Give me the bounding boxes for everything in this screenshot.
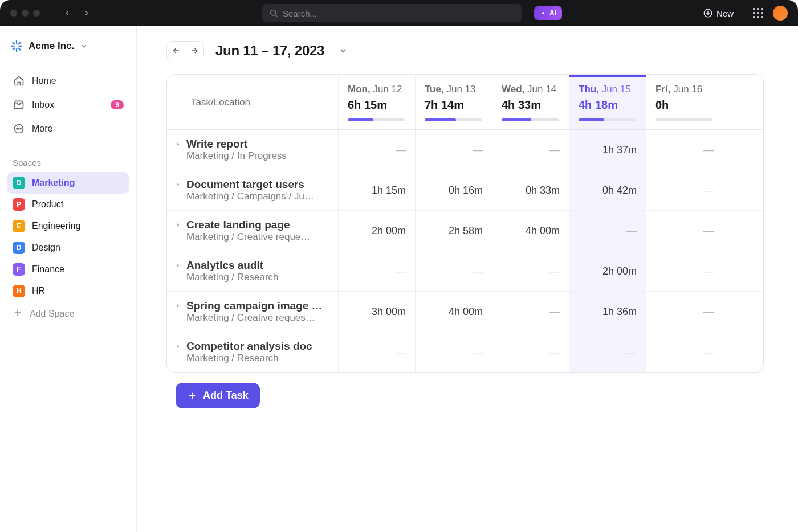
time-cell[interactable]: —: [415, 332, 492, 372]
svg-point-15: [17, 128, 18, 129]
caret-right-icon: [174, 261, 182, 269]
task-cell[interactable]: Document target usersMarketing / Campaig…: [167, 170, 338, 210]
sidebar-space-design[interactable]: DDesign: [7, 237, 129, 259]
space-label: Finance: [32, 264, 64, 275]
task-cell[interactable]: Write reportMarketing / In Progress: [167, 130, 338, 170]
nav-back-button[interactable]: [59, 5, 75, 21]
space-label: Marketing: [32, 178, 75, 188]
task-cell[interactable]: Spring campaign image a…Marketing / Crea…: [167, 292, 338, 332]
time-cell[interactable]: —: [492, 251, 569, 291]
time-cell[interactable]: —: [338, 251, 415, 291]
ai-button[interactable]: AI: [534, 6, 562, 20]
chevron-right-icon: [83, 9, 91, 17]
space-label: Engineering: [32, 221, 80, 231]
time-cell[interactable]: —: [646, 211, 723, 251]
time-cell[interactable]: —: [415, 251, 492, 291]
time-cell[interactable]: 4h 00m: [415, 292, 492, 332]
svg-point-16: [18, 128, 19, 129]
plus-icon: [187, 391, 197, 401]
titlebar: Search... AI New: [0, 0, 798, 26]
task-name: Spring campaign image a…: [186, 300, 327, 312]
time-cell[interactable]: —: [338, 130, 415, 170]
sidebar-space-hr[interactable]: HHR: [7, 280, 129, 302]
space-icon: F: [13, 263, 25, 276]
caret-right-icon: [174, 221, 182, 229]
home-icon: [13, 75, 25, 87]
task-path: Marketing / Creative reques…: [186, 312, 327, 324]
col-day-header[interactable]: Fri, Jun 160h: [646, 75, 723, 129]
sidebar-space-engineering[interactable]: EEngineering: [7, 215, 129, 237]
time-cell[interactable]: 2h 00m: [569, 251, 646, 291]
add-space-button[interactable]: Add Space: [7, 302, 129, 326]
time-cell[interactable]: 0h 16m: [415, 170, 492, 210]
add-task-button[interactable]: Add Task: [176, 383, 260, 408]
date-prev-button[interactable]: [167, 42, 185, 60]
date-range[interactable]: Jun 11 – 17, 2023: [215, 43, 324, 59]
time-cell[interactable]: —: [646, 332, 723, 372]
caret-right-icon: [174, 181, 182, 189]
task-cell[interactable]: Analytics auditMarketing / Research: [167, 251, 338, 291]
time-cell[interactable]: —: [646, 251, 723, 291]
task-cell[interactable]: Competitor analysis docMarketing / Resea…: [167, 332, 338, 372]
space-icon: E: [13, 220, 25, 232]
main-content: Jun 11 – 17, 2023 Task/LocationMon, Jun …: [137, 26, 798, 532]
time-cell[interactable]: 1h 37m: [569, 130, 646, 170]
time-cell[interactable]: —: [646, 130, 723, 170]
time-cell[interactable]: —: [415, 130, 492, 170]
chevron-down-icon: [80, 42, 88, 50]
sidebar: Acme Inc. Home Inbox 9 More Spaces: [0, 26, 137, 532]
task-name: Analytics audit: [186, 259, 279, 272]
overflow-cell: [723, 130, 746, 170]
caret-right-icon: [174, 302, 182, 310]
chevron-down-icon[interactable]: [338, 46, 348, 56]
time-cell[interactable]: 3h 00m: [338, 292, 415, 332]
time-cell[interactable]: 0h 33m: [492, 170, 569, 210]
time-cell[interactable]: 4h 00m: [492, 211, 569, 251]
time-cell[interactable]: —: [492, 130, 569, 170]
sidebar-space-product[interactable]: PProduct: [7, 194, 129, 215]
time-cell[interactable]: 0h 42m: [569, 170, 646, 210]
date-next-button[interactable]: [185, 42, 203, 60]
task-cell[interactable]: Create landing pageMarketing / Creative …: [167, 211, 338, 251]
new-button[interactable]: New: [703, 8, 734, 18]
time-cell[interactable]: 1h 15m: [338, 170, 415, 210]
time-cell[interactable]: —: [492, 332, 569, 372]
space-label: Product: [32, 199, 63, 210]
apps-icon[interactable]: [752, 7, 764, 19]
time-cell[interactable]: —: [646, 292, 723, 332]
col-day-header[interactable]: Mon, Jun 126h 15m: [338, 75, 415, 129]
col-day-header[interactable]: Thu, Jun 154h 18m: [569, 75, 646, 129]
time-cell[interactable]: 2h 00m: [338, 211, 415, 251]
time-cell[interactable]: —: [569, 211, 646, 251]
avatar[interactable]: [773, 6, 788, 21]
sidebar-space-finance[interactable]: FFinance: [7, 259, 129, 280]
sidebar-space-marketing[interactable]: DMarketing: [7, 172, 129, 194]
nav-forward-button[interactable]: [79, 5, 95, 21]
workspace-switcher[interactable]: Acme Inc.: [7, 34, 129, 63]
svg-line-10: [13, 43, 15, 44]
spaces-label: Spaces: [7, 146, 129, 172]
time-cell[interactable]: 1h 36m: [569, 292, 646, 332]
table-row: Document target usersMarketing / Campaig…: [167, 170, 763, 211]
svg-line-13: [19, 43, 21, 44]
nav-home[interactable]: Home: [7, 70, 129, 92]
search-input[interactable]: Search...: [262, 4, 522, 22]
overflow-cell: [723, 170, 746, 210]
task-path: Marketing / Campaigns / Ju…: [186, 191, 314, 202]
time-cell[interactable]: —: [338, 332, 415, 372]
nav-inbox[interactable]: Inbox 9: [7, 94, 129, 116]
table-row: Write reportMarketing / In Progress———1h…: [167, 130, 763, 170]
sparkle-icon: [540, 10, 547, 17]
workspace-name: Acme Inc.: [28, 40, 74, 52]
time-cell[interactable]: —: [569, 332, 646, 372]
nav-more[interactable]: More: [7, 118, 129, 140]
col-day-header[interactable]: Wed, Jun 144h 33m: [492, 75, 569, 129]
time-cell[interactable]: —: [646, 170, 723, 210]
window-controls[interactable]: [10, 10, 40, 17]
overflow-cell: [723, 211, 746, 251]
time-cell[interactable]: 2h 58m: [415, 211, 492, 251]
time-cell[interactable]: —: [492, 292, 569, 332]
col-overflow: [723, 75, 746, 129]
space-icon: P: [13, 198, 25, 211]
col-day-header[interactable]: Tue, Jun 137h 14m: [415, 75, 492, 129]
